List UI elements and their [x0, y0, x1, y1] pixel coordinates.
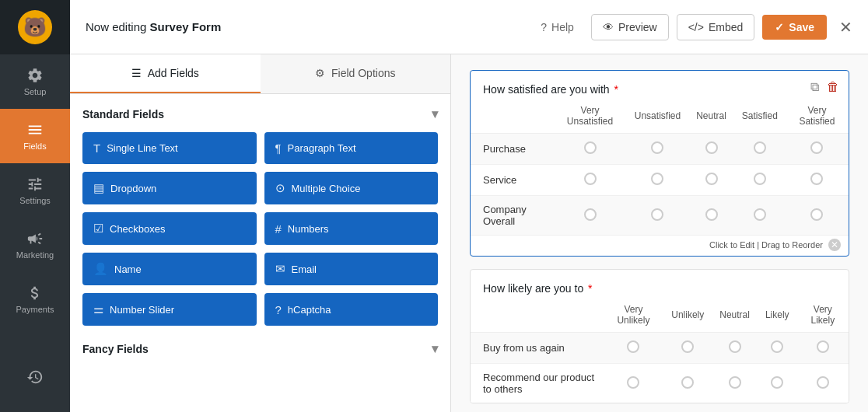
form-section-satisfaction[interactable]: ⧉ 🗑 How satisfied are you with * Very Un…: [470, 70, 849, 257]
delete-button-1[interactable]: 🗑: [825, 79, 841, 96]
field-btn-checkboxes[interactable]: ☑ Checkboxes: [82, 212, 257, 245]
row-recommend: Recommend our product to others: [471, 364, 604, 403]
sidebar-item-setup[interactable]: Setup: [0, 54, 70, 109]
field-btn-numbers-label: Numbers: [288, 223, 329, 235]
radio-circle[interactable]: [754, 208, 766, 221]
preview-button[interactable]: 👁 Preview: [591, 14, 669, 40]
table-row: Recommend our product to others: [471, 364, 849, 403]
satisfaction-question: How satisfied are you with *: [471, 71, 849, 99]
radio-circle[interactable]: [651, 208, 663, 221]
radio-circle[interactable]: [627, 376, 639, 389]
radio-circle[interactable]: [771, 376, 783, 389]
col-very-unsatisfied: Very Unsatisfied: [553, 99, 626, 134]
sidebar-item-fields[interactable]: Fields: [0, 109, 70, 163]
field-btn-dropdown[interactable]: ▤ Dropdown: [82, 172, 257, 204]
row-service: Service: [471, 165, 553, 196]
form-section-likelihood[interactable]: How likely are you to * Very Unlikely Un…: [470, 269, 849, 403]
hover-hint-1: Click to Edit | Drag to Reorder ✕: [471, 235, 849, 256]
add-fields-icon: ☰: [131, 67, 142, 79]
close-button[interactable]: ✕: [839, 18, 852, 37]
radio-circle[interactable]: [729, 340, 741, 353]
field-btn-number-slider-label: Number Slider: [110, 304, 174, 316]
radio-circle[interactable]: [810, 141, 823, 154]
title-bold: Survey Form: [150, 20, 222, 33]
field-btn-number-slider[interactable]: ⚌ Number Slider: [82, 293, 257, 326]
sidebar-label-settings: Settings: [19, 196, 51, 205]
radio-circle[interactable]: [651, 141, 663, 154]
field-btn-hcaptcha[interactable]: ? hCaptcha: [264, 293, 439, 326]
section-actions-1: ⧉ 🗑: [809, 79, 841, 96]
fields-panel: ☰ Add Fields ⚙ Field Options Standard Fi…: [70, 54, 451, 412]
tab-field-options[interactable]: ⚙ Field Options: [261, 54, 451, 93]
embed-button[interactable]: </> Embed: [677, 14, 755, 40]
radio-circle[interactable]: [584, 208, 597, 221]
radio-circle[interactable]: [754, 141, 766, 154]
field-btn-multiple-choice-label: Multiple Choice: [292, 183, 361, 194]
payments-icon: [26, 285, 44, 302]
col-satisfied: Satisfied: [734, 99, 786, 134]
field-btn-dropdown-label: Dropdown: [110, 183, 156, 194]
col-very-satisfied: Very Satisfied: [786, 99, 849, 134]
fancy-fields-header[interactable]: Fancy Fields ▾: [82, 341, 438, 356]
numbers-icon: #: [275, 222, 282, 236]
radio-circle[interactable]: [754, 173, 766, 185]
field-btn-email[interactable]: ✉ Email: [264, 253, 439, 285]
multiple-choice-icon: ⊙: [275, 181, 285, 195]
remove-button-1[interactable]: ✕: [828, 239, 841, 251]
hcaptcha-icon: ?: [275, 303, 282, 316]
row-buy-again: Buy from us again: [471, 333, 604, 364]
help-button[interactable]: ? Help: [531, 15, 583, 40]
required-star-2: *: [588, 282, 592, 295]
sidebar-item-marketing[interactable]: Marketing: [0, 218, 70, 272]
title-prefix: Now editing: [86, 20, 146, 33]
standard-fields-header[interactable]: Standard Fields ▾: [82, 106, 438, 121]
fields-content: Standard Fields ▾ T Single Line Text ¶ P…: [70, 94, 450, 379]
radio-circle[interactable]: [584, 173, 597, 185]
radio-circle[interactable]: [627, 340, 639, 353]
app-logo: 🐻: [18, 10, 52, 44]
col-unlikely: Unlikely: [663, 298, 712, 333]
duplicate-button-1[interactable]: ⧉: [809, 79, 821, 96]
checkboxes-icon: ☑: [93, 222, 103, 236]
field-btn-paragraph[interactable]: ¶ Paragraph Text: [264, 132, 439, 164]
field-btn-single-line-label: Single Line Text: [107, 142, 178, 154]
sidebar: 🐻 Setup Fields Settings Marketing Paymen…: [0, 0, 70, 412]
field-btn-multiple-choice[interactable]: ⊙ Multiple Choice: [264, 172, 439, 204]
dropdown-icon: ▤: [93, 181, 104, 195]
field-btn-name[interactable]: 👤 Name: [82, 253, 257, 285]
radio-circle[interactable]: [810, 208, 823, 221]
radio-circle[interactable]: [584, 141, 597, 154]
radio-circle[interactable]: [651, 173, 663, 185]
sidebar-item-history[interactable]: [0, 350, 70, 404]
sidebar-logo: 🐻: [0, 0, 70, 54]
sidebar-item-settings[interactable]: Settings: [0, 163, 70, 218]
fancy-chevron-icon: ▾: [432, 341, 438, 356]
preview-label: Preview: [618, 21, 657, 33]
radio-circle[interactable]: [771, 340, 783, 353]
history-icon: [26, 368, 44, 386]
field-btn-single-line[interactable]: T Single Line Text: [82, 132, 257, 164]
tab-add-fields[interactable]: ☰ Add Fields: [70, 54, 261, 93]
radio-circle[interactable]: [817, 340, 829, 353]
radio-circle[interactable]: [705, 173, 718, 185]
radio-circle[interactable]: [817, 376, 829, 389]
radio-circle[interactable]: [681, 376, 694, 389]
sliders-icon: ⚙: [315, 67, 325, 79]
header-title: Now editing Survey Form: [86, 20, 519, 33]
tab-field-options-label: Field Options: [331, 67, 395, 79]
radio-circle[interactable]: [681, 340, 694, 353]
sidebar-label-marketing: Marketing: [16, 250, 54, 260]
radio-circle[interactable]: [729, 376, 741, 389]
gear-icon: [26, 67, 44, 84]
radio-circle[interactable]: [810, 173, 823, 185]
col-very-likely: Very Likely: [797, 298, 849, 333]
table-row: Company Overall: [471, 196, 849, 236]
marketing-icon: [26, 230, 44, 247]
sidebar-item-payments[interactable]: Payments: [0, 272, 70, 326]
eye-icon: 👁: [603, 21, 614, 33]
save-button[interactable]: ✓ Save: [762, 15, 827, 40]
radio-circle[interactable]: [705, 208, 718, 221]
radio-circle[interactable]: [705, 141, 718, 154]
field-btn-numbers[interactable]: # Numbers: [264, 212, 439, 245]
satisfaction-row-header: [471, 99, 553, 134]
